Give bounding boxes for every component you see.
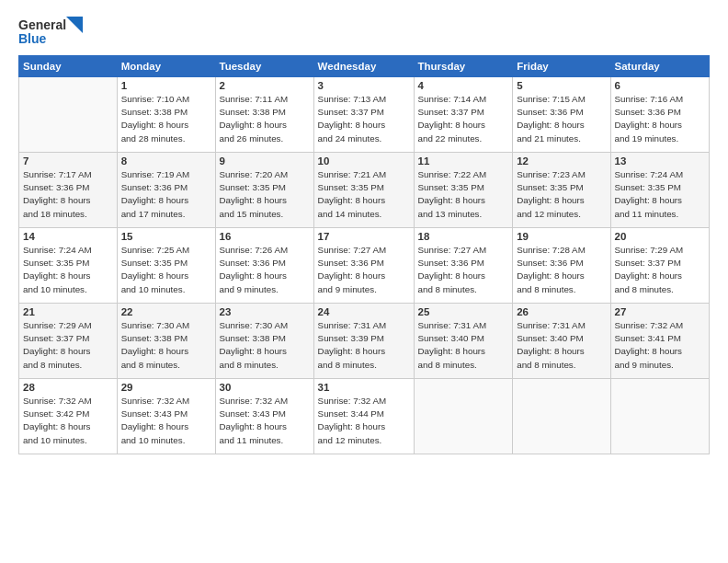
- calendar-cell: 10Sunrise: 7:21 AM Sunset: 3:35 PM Dayli…: [313, 153, 414, 228]
- day-info: Sunrise: 7:32 AM Sunset: 3:43 PM Dayligh…: [220, 395, 310, 447]
- day-info: Sunrise: 7:32 AM Sunset: 3:43 PM Dayligh…: [121, 395, 211, 447]
- header-cell-tuesday: Tuesday: [215, 56, 313, 77]
- calendar-cell: [513, 379, 610, 454]
- calendar-cell: 5Sunrise: 7:15 AM Sunset: 3:36 PM Daylig…: [513, 77, 610, 153]
- calendar-cell: 8Sunrise: 7:19 AM Sunset: 3:36 PM Daylig…: [117, 153, 215, 228]
- header-cell-sunday: Sunday: [19, 56, 118, 77]
- day-info: Sunrise: 7:32 AM Sunset: 3:41 PM Dayligh…: [615, 319, 706, 372]
- day-info: Sunrise: 7:15 AM Sunset: 3:36 PM Dayligh…: [517, 93, 606, 145]
- day-number: 3: [318, 80, 410, 91]
- calendar-cell: 4Sunrise: 7:14 AM Sunset: 3:37 PM Daylig…: [414, 77, 513, 153]
- calendar-cell: 28Sunrise: 7:32 AM Sunset: 3:42 PM Dayli…: [19, 379, 118, 454]
- header-cell-monday: Monday: [117, 56, 215, 77]
- calendar-cell: 14Sunrise: 7:24 AM Sunset: 3:35 PM Dayli…: [19, 228, 118, 304]
- calendar-header: SundayMondayTuesdayWednesdayThursdayFrid…: [19, 56, 710, 77]
- day-number: 20: [615, 231, 706, 242]
- calendar-cell: 26Sunrise: 7:31 AM Sunset: 3:40 PM Dayli…: [513, 304, 610, 379]
- day-info: Sunrise: 7:24 AM Sunset: 3:35 PM Dayligh…: [23, 244, 113, 296]
- calendar-cell: 23Sunrise: 7:30 AM Sunset: 3:38 PM Dayli…: [215, 304, 313, 379]
- day-number: 11: [418, 155, 509, 167]
- calendar-cell: 31Sunrise: 7:32 AM Sunset: 3:44 PM Dayli…: [313, 379, 414, 454]
- day-info: Sunrise: 7:21 AM Sunset: 3:35 PM Dayligh…: [318, 168, 410, 221]
- calendar-week-4: 21Sunrise: 7:29 AM Sunset: 3:37 PM Dayli…: [19, 304, 710, 379]
- header: GeneralBlue: [18, 17, 710, 46]
- day-number: 13: [615, 155, 706, 167]
- day-number: 31: [318, 382, 410, 393]
- calendar-week-1: 1Sunrise: 7:10 AM Sunset: 3:38 PM Daylig…: [19, 77, 710, 153]
- day-info: Sunrise: 7:14 AM Sunset: 3:37 PM Dayligh…: [418, 93, 509, 145]
- day-info: Sunrise: 7:31 AM Sunset: 3:40 PM Dayligh…: [418, 319, 509, 372]
- day-number: 24: [318, 306, 410, 317]
- calendar-cell: 22Sunrise: 7:30 AM Sunset: 3:38 PM Dayli…: [117, 304, 215, 379]
- day-info: Sunrise: 7:23 AM Sunset: 3:35 PM Dayligh…: [517, 168, 606, 221]
- calendar-week-5: 28Sunrise: 7:32 AM Sunset: 3:42 PM Dayli…: [19, 379, 710, 454]
- page: GeneralBlue SundayMondayTuesdayWednesday…: [0, 0, 728, 563]
- header-cell-friday: Friday: [513, 56, 610, 77]
- day-number: 17: [318, 231, 410, 242]
- day-info: Sunrise: 7:28 AM Sunset: 3:36 PM Dayligh…: [517, 244, 606, 296]
- day-number: 23: [220, 306, 310, 317]
- day-number: 27: [615, 306, 706, 317]
- calendar-cell: [414, 379, 513, 454]
- day-info: Sunrise: 7:26 AM Sunset: 3:36 PM Dayligh…: [220, 244, 310, 296]
- day-number: 18: [418, 231, 509, 242]
- day-info: Sunrise: 7:25 AM Sunset: 3:35 PM Dayligh…: [121, 244, 211, 296]
- calendar-cell: 16Sunrise: 7:26 AM Sunset: 3:36 PM Dayli…: [215, 228, 313, 304]
- calendar-cell: 2Sunrise: 7:11 AM Sunset: 3:38 PM Daylig…: [215, 77, 313, 153]
- day-number: 5: [517, 80, 606, 91]
- calendar-cell: 13Sunrise: 7:24 AM Sunset: 3:35 PM Dayli…: [610, 153, 710, 228]
- calendar-cell: [19, 77, 118, 153]
- day-number: 15: [121, 231, 211, 242]
- day-number: 10: [318, 155, 410, 167]
- day-info: Sunrise: 7:29 AM Sunset: 3:37 PM Dayligh…: [615, 244, 706, 296]
- day-number: 8: [121, 155, 211, 167]
- day-info: Sunrise: 7:27 AM Sunset: 3:36 PM Dayligh…: [418, 244, 509, 296]
- svg-text:Blue: Blue: [18, 31, 47, 46]
- calendar-body: 1Sunrise: 7:10 AM Sunset: 3:38 PM Daylig…: [19, 77, 710, 454]
- day-number: 25: [418, 306, 509, 317]
- day-info: Sunrise: 7:17 AM Sunset: 3:36 PM Dayligh…: [23, 168, 113, 221]
- day-number: 2: [220, 80, 310, 91]
- day-info: Sunrise: 7:32 AM Sunset: 3:44 PM Dayligh…: [318, 395, 410, 447]
- calendar-cell: 25Sunrise: 7:31 AM Sunset: 3:40 PM Dayli…: [414, 304, 513, 379]
- day-info: Sunrise: 7:31 AM Sunset: 3:39 PM Dayligh…: [318, 319, 410, 372]
- day-info: Sunrise: 7:31 AM Sunset: 3:40 PM Dayligh…: [517, 319, 606, 372]
- header-cell-saturday: Saturday: [610, 56, 710, 77]
- calendar-cell: 11Sunrise: 7:22 AM Sunset: 3:35 PM Dayli…: [414, 153, 513, 228]
- calendar-week-2: 7Sunrise: 7:17 AM Sunset: 3:36 PM Daylig…: [19, 153, 710, 228]
- day-number: 1: [121, 80, 211, 91]
- day-info: Sunrise: 7:11 AM Sunset: 3:38 PM Dayligh…: [220, 93, 310, 145]
- calendar-cell: 18Sunrise: 7:27 AM Sunset: 3:36 PM Dayli…: [414, 228, 513, 304]
- day-number: 16: [220, 231, 310, 242]
- day-number: 29: [121, 382, 211, 393]
- calendar-cell: 15Sunrise: 7:25 AM Sunset: 3:35 PM Dayli…: [117, 228, 215, 304]
- day-info: Sunrise: 7:19 AM Sunset: 3:36 PM Dayligh…: [121, 168, 211, 221]
- day-number: 28: [23, 382, 113, 393]
- calendar-week-3: 14Sunrise: 7:24 AM Sunset: 3:35 PM Dayli…: [19, 228, 710, 304]
- day-info: Sunrise: 7:16 AM Sunset: 3:36 PM Dayligh…: [615, 93, 706, 145]
- day-number: 21: [23, 306, 113, 317]
- day-number: 22: [121, 306, 211, 317]
- calendar-cell: 9Sunrise: 7:20 AM Sunset: 3:35 PM Daylig…: [215, 153, 313, 228]
- day-info: Sunrise: 7:10 AM Sunset: 3:38 PM Dayligh…: [121, 93, 211, 145]
- day-number: 12: [517, 155, 606, 167]
- calendar-cell: 7Sunrise: 7:17 AM Sunset: 3:36 PM Daylig…: [19, 153, 118, 228]
- day-info: Sunrise: 7:29 AM Sunset: 3:37 PM Dayligh…: [23, 319, 113, 372]
- calendar-cell: 17Sunrise: 7:27 AM Sunset: 3:36 PM Dayli…: [313, 228, 414, 304]
- logo-svg: GeneralBlue: [18, 17, 83, 46]
- calendar-cell: 20Sunrise: 7:29 AM Sunset: 3:37 PM Dayli…: [610, 228, 710, 304]
- day-number: 7: [23, 155, 113, 167]
- day-info: Sunrise: 7:22 AM Sunset: 3:35 PM Dayligh…: [418, 168, 509, 221]
- calendar-cell: 3Sunrise: 7:13 AM Sunset: 3:37 PM Daylig…: [313, 77, 414, 153]
- day-number: 6: [615, 80, 706, 91]
- header-row: SundayMondayTuesdayWednesdayThursdayFrid…: [19, 56, 710, 77]
- logo: GeneralBlue: [18, 17, 83, 46]
- day-number: 14: [23, 231, 113, 242]
- day-info: Sunrise: 7:32 AM Sunset: 3:42 PM Dayligh…: [23, 395, 113, 447]
- day-number: 19: [517, 231, 606, 242]
- calendar-cell: 30Sunrise: 7:32 AM Sunset: 3:43 PM Dayli…: [215, 379, 313, 454]
- calendar-cell: 21Sunrise: 7:29 AM Sunset: 3:37 PM Dayli…: [19, 304, 118, 379]
- calendar-cell: [610, 379, 710, 454]
- calendar-cell: 6Sunrise: 7:16 AM Sunset: 3:36 PM Daylig…: [610, 77, 710, 153]
- day-number: 9: [220, 155, 310, 167]
